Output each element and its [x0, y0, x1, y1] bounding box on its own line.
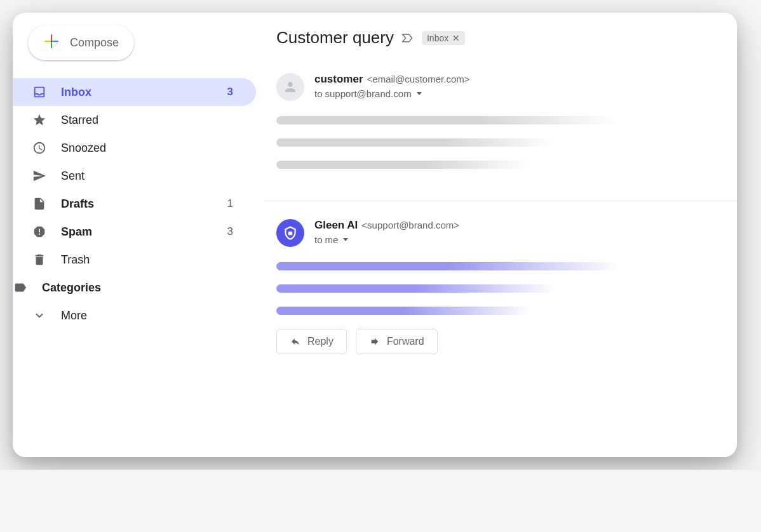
forward-button[interactable]: Forward	[356, 329, 438, 354]
important-marker-icon[interactable]	[401, 32, 414, 44]
folder-list: Inbox 3 Starred Snoozed Sent Drafts 1	[13, 78, 264, 329]
recipient-line[interactable]: to me	[314, 234, 459, 245]
message-body-placeholder	[276, 116, 737, 169]
sidebar-item-categories[interactable]: Categories	[13, 274, 256, 302]
sidebar-item-trash[interactable]: Trash	[13, 246, 256, 274]
reply-icon	[290, 336, 301, 347]
spam-icon	[32, 224, 47, 239]
inbox-icon	[32, 84, 47, 100]
inbox-label-chip[interactable]: Inbox ✕	[422, 31, 465, 45]
email-thread-pane: Customer query Inbox ✕ customer <email@c…	[264, 13, 737, 457]
sidebar-item-label: Spam	[61, 225, 213, 239]
sidebar-item-count: 1	[227, 197, 241, 210]
forward-label: Forward	[387, 336, 424, 347]
chevron-down-icon	[417, 92, 422, 95]
sidebar-item-label: More	[61, 309, 241, 323]
send-icon	[32, 168, 47, 183]
svg-rect-2	[51, 42, 52, 48]
sidebar-item-label: Sent	[61, 170, 241, 183]
email-message: customer <email@customer.com> to support…	[264, 73, 737, 201]
sender-info: Gleen AI <support@brand.com> to me	[314, 219, 459, 247]
sidebar-item-label: Categories	[42, 281, 241, 295]
sidebar-item-count: 3	[227, 86, 241, 98]
skeleton-line	[276, 116, 619, 124]
recipient-line[interactable]: to support@brand.com	[314, 88, 469, 99]
sidebar-item-snoozed[interactable]: Snoozed	[13, 134, 256, 162]
sidebar-item-more[interactable]: More	[13, 302, 256, 329]
trash-icon	[32, 252, 47, 267]
message-header: Gleen AI <support@brand.com> to me	[276, 219, 737, 247]
avatar	[276, 73, 304, 101]
chevron-down-icon	[32, 308, 47, 323]
sender-info: customer <email@customer.com> to support…	[314, 73, 469, 101]
sidebar-item-sent[interactable]: Sent	[13, 162, 256, 190]
skeleton-line	[276, 284, 556, 293]
recipient-prefix: to	[314, 234, 323, 245]
close-icon[interactable]: ✕	[452, 33, 460, 43]
sidebar-item-label: Trash	[61, 253, 241, 267]
sidebar-item-label: Drafts	[61, 197, 213, 211]
sender-name: Gleen AI	[314, 219, 358, 232]
email-client-window: Compose Inbox 3 Starred Snoozed Sent	[13, 13, 737, 457]
chevron-down-icon	[343, 238, 348, 241]
skeleton-line	[276, 307, 530, 315]
file-icon	[32, 196, 47, 211]
sidebar-item-starred[interactable]: Starred	[13, 106, 256, 134]
sidebar-item-label: Inbox	[61, 86, 213, 99]
sender-email: <email@customer.com>	[367, 74, 470, 84]
svg-rect-1	[52, 41, 58, 42]
reply-label: Reply	[307, 336, 333, 347]
svg-rect-4	[51, 41, 52, 42]
sidebar-item-inbox[interactable]: Inbox 3	[13, 78, 256, 106]
sidebar-item-label: Starred	[61, 114, 241, 127]
recipient: support@brand.com	[325, 88, 412, 99]
svg-rect-3	[44, 41, 51, 42]
message-header: customer <email@customer.com> to support…	[276, 73, 737, 101]
sender-name: customer	[314, 73, 363, 86]
avatar	[276, 219, 304, 247]
star-icon	[32, 112, 47, 128]
message-divider	[264, 201, 737, 201]
sidebar-item-label: Snoozed	[61, 142, 241, 155]
plus-icon	[43, 33, 60, 53]
sidebar-item-spam[interactable]: Spam 3	[13, 218, 256, 246]
skeleton-line	[276, 262, 619, 270]
forward-icon	[369, 336, 380, 347]
sidebar-item-count: 3	[227, 225, 241, 238]
recipient-prefix: to	[314, 88, 323, 99]
message-body-placeholder	[276, 262, 737, 315]
recipient: me	[325, 234, 339, 245]
svg-rect-0	[51, 34, 52, 41]
skeleton-line	[276, 138, 556, 147]
skeleton-line	[276, 161, 530, 169]
compose-button[interactable]: Compose	[28, 25, 134, 60]
clock-icon	[32, 140, 47, 156]
compose-label: Compose	[70, 36, 119, 50]
sidebar: Compose Inbox 3 Starred Snoozed Sent	[13, 13, 264, 457]
sender-email: <support@brand.com>	[361, 220, 459, 230]
label-chip-text: Inbox	[427, 33, 448, 43]
label-icon	[13, 280, 28, 295]
email-subject: Customer query	[276, 28, 394, 48]
email-message: Gleen AI <support@brand.com> to me	[264, 219, 737, 372]
reply-actions: Reply Forward	[276, 329, 737, 354]
sidebar-item-drafts[interactable]: Drafts 1	[13, 190, 256, 218]
reply-button[interactable]: Reply	[276, 329, 347, 354]
subject-row: Customer query Inbox ✕	[264, 28, 737, 48]
